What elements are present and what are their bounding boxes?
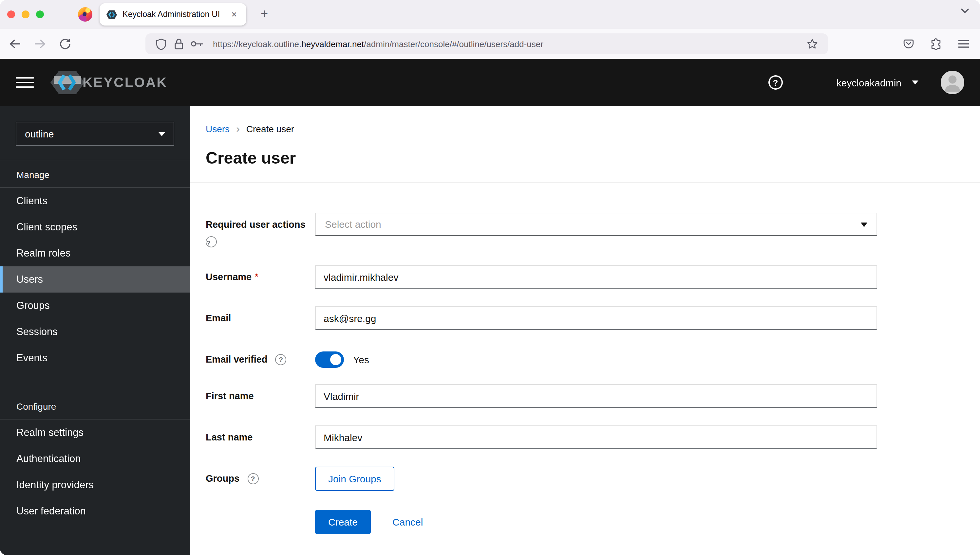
page-title: Create user — [206, 149, 964, 168]
keycloak-logo-icon — [48, 67, 87, 98]
list-all-tabs-button[interactable] — [960, 8, 970, 14]
browser-tab[interactable]: Keycloak Administration UI ✕ — [100, 3, 246, 26]
firefox-view-icon[interactable] — [78, 7, 92, 22]
keycloak-logo[interactable]: KEYCLOAK — [48, 67, 168, 98]
required-user-actions-row: Required user actions ? Select action — [206, 213, 980, 247]
toggle-state-label: Yes — [353, 354, 369, 365]
menu-button[interactable] — [954, 34, 974, 54]
actions-spacer — [206, 491, 315, 534]
app-body: outline Manage Clients Client scopes Rea… — [0, 106, 980, 555]
groups-row: Groups ? Join Groups — [206, 467, 980, 491]
avatar[interactable] — [941, 71, 964, 94]
form-actions: Create Cancel — [315, 510, 877, 534]
breadcrumb-separator-icon: › — [236, 124, 240, 133]
realm-selector-value: outline — [25, 128, 54, 140]
breadcrumb-users-link[interactable]: Users — [206, 124, 230, 134]
url-domain: heyvaldemar.net — [301, 39, 364, 49]
first-name-label: First name — [206, 384, 315, 408]
caret-down-icon — [159, 132, 165, 139]
screen: Keycloak Administration UI ✕ + — [0, 0, 980, 555]
sidebar-item-realm-settings[interactable]: Realm settings — [0, 420, 190, 446]
select-placeholder: Select action — [325, 218, 861, 230]
username-row: Username* — [206, 265, 980, 289]
create-button[interactable]: Create — [315, 510, 371, 534]
sidebar-item-authentication[interactable]: Authentication — [0, 446, 190, 472]
cancel-button[interactable]: Cancel — [393, 517, 423, 528]
realm-selector[interactable]: outline — [16, 122, 174, 146]
help-icon[interactable]: ? — [275, 354, 286, 365]
breadcrumb-current: Create user — [246, 124, 294, 134]
first-name-control — [315, 384, 877, 408]
email-row: Email — [206, 306, 980, 330]
email-verified-row: Email verified ? Yes — [206, 348, 980, 371]
required-user-actions-control: Select action — [315, 213, 877, 247]
forward-button[interactable] — [30, 34, 50, 54]
sidebar-gap — [0, 371, 190, 392]
sidebar: outline Manage Clients Client scopes Rea… — [0, 106, 190, 555]
puzzle-piece-icon — [930, 37, 943, 50]
tab-close-icon[interactable]: ✕ — [229, 9, 240, 20]
zoom-window-button[interactable] — [36, 10, 44, 18]
tab-strip: Keycloak Administration UI ✕ + — [0, 0, 980, 29]
sidebar-item-user-federation[interactable]: User federation — [0, 498, 190, 524]
back-arrow-icon — [8, 38, 22, 50]
lock-icon[interactable] — [174, 38, 184, 50]
sidebar-item-clients[interactable]: Clients — [0, 188, 190, 214]
chevron-down-icon — [960, 8, 970, 14]
key-icon[interactable] — [191, 39, 204, 48]
username-input[interactable] — [315, 265, 877, 289]
nav-toggle-button[interactable] — [16, 74, 34, 91]
breadcrumb: Users › Create user — [206, 124, 964, 134]
caret-down-icon[interactable] — [912, 80, 919, 88]
main-content: Users › Create user Create user Required… — [190, 106, 980, 555]
required-user-actions-select[interactable]: Select action — [315, 213, 877, 236]
user-menu-label[interactable]: keycloakadmin — [837, 77, 901, 88]
person-icon — [941, 71, 964, 94]
window-controls — [7, 10, 44, 18]
new-tab-button[interactable]: + — [257, 5, 272, 22]
tracking-shield-icon[interactable] — [155, 38, 167, 50]
sidebar-item-events[interactable]: Events — [0, 345, 190, 371]
url-text: https://keycloak.outline.heyvaldemar.net… — [213, 39, 803, 49]
manage-nav: Clients Client scopes Realm roles Users … — [0, 188, 190, 371]
sidebar-item-users[interactable]: Users — [0, 266, 190, 292]
username-control — [315, 265, 877, 289]
last-name-label: Last name — [206, 425, 315, 449]
sidebar-item-groups[interactable]: Groups — [0, 292, 190, 319]
extensions-button[interactable] — [926, 34, 946, 54]
groups-label: Groups ? — [206, 467, 315, 491]
email-input[interactable] — [315, 306, 877, 330]
sidebar-item-realm-roles[interactable]: Realm roles — [0, 240, 190, 266]
email-verified-toggle[interactable] — [315, 351, 344, 367]
pocket-button[interactable] — [899, 34, 919, 54]
url-bar[interactable]: https://keycloak.outline.heyvaldemar.net… — [145, 34, 828, 55]
reload-icon — [59, 38, 71, 50]
create-user-form: Required user actions ? Select action Us… — [190, 183, 980, 534]
sidebar-section-configure: Configure — [0, 392, 190, 419]
masthead-right: ? keycloakadmin — [768, 71, 980, 94]
help-icon[interactable]: ? — [247, 473, 258, 484]
first-name-row: First name — [206, 384, 980, 408]
reload-button[interactable] — [55, 34, 75, 54]
back-button[interactable] — [5, 34, 25, 54]
close-window-button[interactable] — [7, 10, 15, 18]
last-name-input[interactable] — [315, 425, 877, 449]
sidebar-item-client-scopes[interactable]: Client scopes — [0, 214, 190, 240]
form-actions-row: Create Cancel — [206, 491, 980, 534]
url-path: /admin/master/console/#/outline/users/ad… — [364, 39, 543, 49]
help-icon[interactable]: ? — [206, 236, 217, 247]
first-name-input[interactable] — [315, 384, 877, 408]
email-verified-control: Yes — [315, 348, 877, 371]
keycloak-favicon-icon — [106, 9, 117, 20]
tab-title: Keycloak Administration UI — [122, 10, 229, 19]
caret-down-icon — [861, 222, 867, 230]
bookmark-star-icon[interactable] — [806, 38, 818, 50]
email-control — [315, 306, 877, 330]
help-icon[interactable]: ? — [768, 75, 783, 90]
required-asterisk: * — [255, 272, 258, 281]
sidebar-item-identity-providers[interactable]: Identity providers — [0, 472, 190, 498]
hamburger-menu-icon — [958, 39, 970, 48]
sidebar-item-sessions[interactable]: Sessions — [0, 319, 190, 345]
join-groups-button[interactable]: Join Groups — [315, 467, 394, 491]
minimize-window-button[interactable] — [22, 10, 29, 18]
